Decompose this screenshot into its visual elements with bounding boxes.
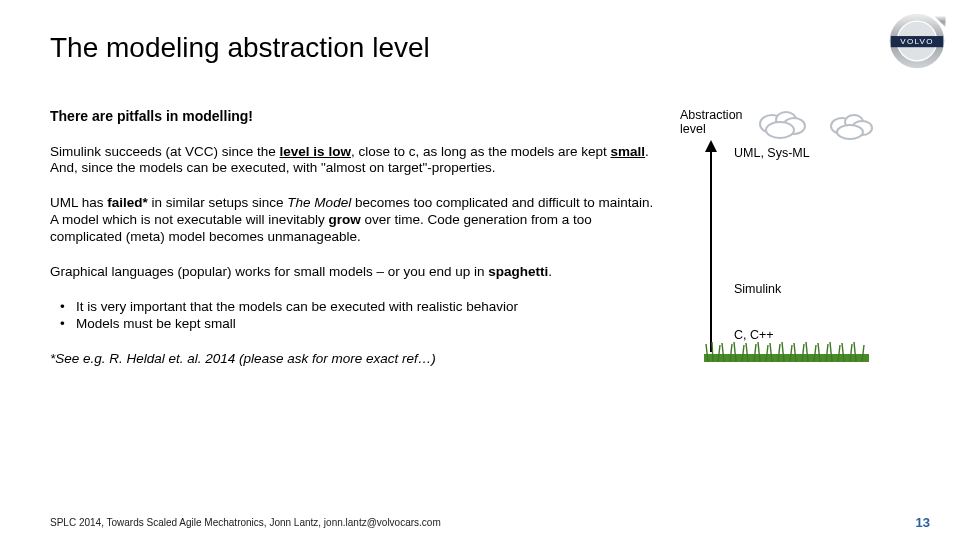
label-simulink: Simulink (734, 282, 781, 296)
svg-text:VOLVO: VOLVO (900, 37, 933, 46)
abstraction-diagram: Abstraction level UML, Sys-ML Simulink C… (670, 108, 890, 385)
body-text: There are pitfalls in modelling! Simulin… (50, 108, 660, 385)
slide-title: The modeling abstraction level (50, 32, 908, 64)
svg-point-13 (837, 125, 863, 139)
svg-line-16 (712, 342, 713, 362)
bullet-list: It is very important that the models can… (60, 299, 660, 333)
footnote: *See e.g. R. Heldal et. al. 2014 (please… (50, 351, 660, 368)
bullet-item: Models must be kept small (60, 316, 660, 333)
svg-point-9 (766, 122, 794, 138)
paragraph-uml: UML has failed* in similar setups since … (50, 195, 660, 246)
paragraph-simulink: Simulink succeeds (at VCC) since the lev… (50, 144, 660, 178)
grass-icon (704, 340, 869, 362)
label-uml: UML, Sys-ML (734, 146, 810, 160)
paragraph-graphical: Graphical languages (popular) works for … (50, 264, 660, 281)
axis-arrow (710, 142, 712, 352)
page-number: 13 (916, 515, 930, 530)
clouds-icon (750, 106, 880, 146)
bullet-item: It is very important that the models can… (60, 299, 660, 316)
volvo-logo: VOLVO (886, 10, 948, 76)
subheading: There are pitfalls in modelling! (50, 108, 660, 126)
slide-footer: SPLC 2014, Towards Scaled Agile Mechatro… (50, 517, 441, 528)
